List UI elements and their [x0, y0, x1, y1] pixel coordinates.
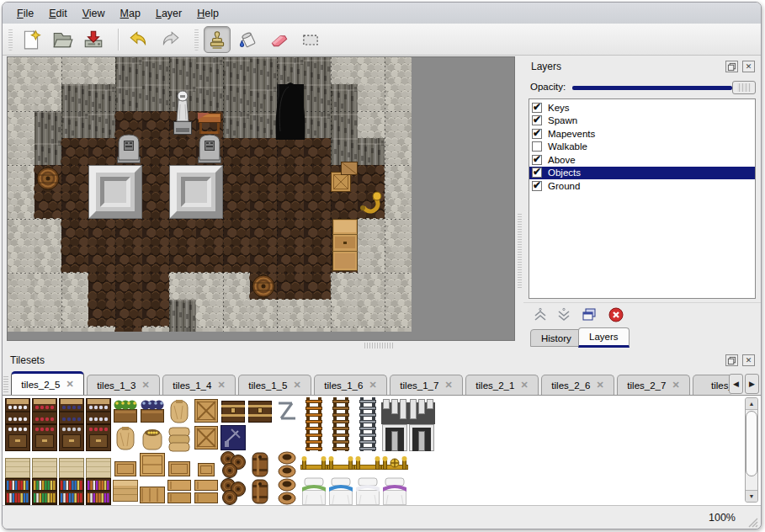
map-canvas[interactable] — [8, 57, 412, 332]
layer-label: Above — [548, 155, 576, 165]
check-icon: ✔ — [533, 114, 541, 125]
layer-row-walkable[interactable]: ✔ Walkable — [529, 141, 755, 154]
menu-layer[interactable]: Layer — [148, 5, 189, 22]
duplicate-layer-button[interactable] — [579, 306, 599, 324]
raise-layer-button[interactable] — [530, 306, 550, 324]
tileset-tab[interactable]: tiles_2_5✕ — [11, 371, 84, 395]
layer-visibility-checkbox[interactable]: ✔ — [532, 181, 542, 191]
menu-map[interactable]: Map — [113, 5, 148, 22]
tool-bar — [3, 24, 761, 56]
splitter-grip — [518, 212, 522, 288]
scroll-down-button[interactable]: ▼ — [746, 490, 757, 502]
float-icon — [727, 356, 736, 365]
select-tool-button[interactable] — [297, 26, 324, 53]
lower-layer-button[interactable] — [554, 306, 574, 324]
tileset-scrollbar[interactable]: ▲ ▼ — [745, 397, 758, 503]
open-folder-icon — [51, 29, 73, 51]
tab-label: History — [541, 333, 571, 343]
layer-visibility-checkbox[interactable]: ✔ — [532, 129, 542, 139]
delete-layer-button[interactable] — [606, 306, 626, 324]
layer-visibility-checkbox[interactable]: ✔ — [532, 155, 542, 165]
layer-visibility-checkbox[interactable]: ✔ — [532, 141, 542, 152]
arrow-right-icon: ▶ — [749, 380, 755, 388]
new-map-button[interactable] — [18, 26, 45, 53]
check-icon: ✔ — [533, 101, 541, 113]
tab-bar-grip[interactable] — [3, 375, 8, 392]
tab-label: tiles_1_7 — [400, 380, 438, 391]
layer-row-above[interactable]: ✔ Above — [529, 153, 755, 167]
layer-label: Mapevents — [548, 129, 595, 139]
tilesets-panel: Tilesets ✕ tiles_2_5✕ tiles_1_3✕ tiles_1… — [3, 350, 761, 505]
close-tab-icon[interactable]: ✕ — [217, 380, 225, 391]
float-panel-button[interactable] — [725, 61, 738, 72]
menu-help[interactable]: Help — [189, 5, 226, 22]
tab-layers[interactable]: Layers — [578, 327, 630, 348]
menu-edit[interactable]: Edit — [41, 5, 75, 22]
paint-bucket-icon — [237, 29, 259, 51]
check-icon: ✔ — [533, 166, 541, 178]
check-icon: ✔ — [533, 153, 541, 165]
tileset-tab[interactable]: tiles_2_7✕ — [617, 375, 690, 395]
close-tab-icon[interactable]: ✕ — [141, 380, 149, 391]
layer-visibility-checkbox[interactable]: ✔ — [532, 115, 542, 125]
scrollbar-thumb[interactable] — [746, 411, 757, 476]
tileset-view: ▲ ▼ — [3, 395, 761, 505]
selection-rectangle-icon — [300, 29, 321, 51]
tileset-tab[interactable]: tiles_✕ — [693, 375, 731, 395]
scroll-tabs-right-button[interactable]: ▶ — [745, 374, 759, 394]
layer-row-keys[interactable]: ✔ Keys — [529, 101, 755, 114]
scroll-up-button[interactable]: ▲ — [746, 398, 757, 410]
toolbar-drag-handle[interactable] — [8, 29, 13, 51]
opacity-slider-track[interactable] — [572, 86, 732, 90]
horizontal-splitter[interactable] — [364, 343, 393, 348]
stamp-tool-button[interactable] — [204, 26, 231, 53]
vertical-splitter[interactable] — [517, 56, 523, 350]
tileset-tab[interactable]: tiles_1_6✕ — [314, 375, 387, 395]
opacity-slider-handle[interactable] — [732, 81, 756, 94]
save-map-button[interactable] — [80, 26, 107, 53]
close-panel-button[interactable]: ✕ — [742, 354, 755, 366]
undo-button[interactable] — [125, 26, 152, 53]
open-map-button[interactable] — [49, 26, 76, 53]
layer-label: Walkable — [548, 141, 587, 152]
close-tab-icon[interactable]: ✕ — [444, 380, 452, 391]
fill-tool-button[interactable] — [235, 26, 262, 53]
tileset-tab[interactable]: tiles_2_1✕ — [465, 375, 539, 395]
tileset-tabs: tiles_2_5✕ tiles_1_3✕ tiles_1_4✕ tiles_1… — [11, 370, 731, 395]
close-tab-icon[interactable]: ✕ — [672, 380, 679, 391]
tileset-tab[interactable]: tiles_1_5✕ — [238, 375, 311, 395]
layer-row-spawn[interactable]: ✔ Spawn — [529, 114, 755, 128]
close-tab-icon[interactable]: ✕ — [293, 380, 300, 391]
tab-history[interactable]: History — [530, 329, 582, 347]
resize-grip[interactable] — [746, 516, 758, 528]
redo-button[interactable] — [157, 26, 183, 53]
close-tab-icon[interactable]: ✕ — [369, 380, 376, 391]
tileset-canvas[interactable] — [4, 397, 489, 505]
new-file-icon — [20, 29, 42, 51]
close-tab-icon[interactable]: ✕ — [596, 380, 603, 391]
layer-visibility-checkbox[interactable]: ✔ — [532, 168, 542, 178]
layer-visibility-checkbox[interactable]: ✔ — [532, 103, 542, 113]
opacity-control: Opacity: — [523, 79, 761, 96]
layer-row-mapevents[interactable]: ✔ Mapevents — [529, 127, 755, 141]
opacity-label: Opacity: — [530, 82, 566, 92]
float-panel-button[interactable] — [725, 354, 738, 366]
layer-row-objects[interactable]: ✔ Objects — [529, 167, 755, 180]
tileset-tab[interactable]: tiles_1_4✕ — [162, 375, 236, 395]
toolbar-separator — [118, 29, 119, 51]
layer-row-ground[interactable]: ✔ Ground — [529, 179, 755, 193]
tileset-tab[interactable]: tiles_1_7✕ — [390, 375, 463, 395]
eraser-tool-button[interactable] — [266, 26, 293, 53]
menu-view[interactable]: View — [75, 5, 113, 22]
scroll-tabs-left-button[interactable]: ◀ — [729, 374, 743, 394]
close-tab-icon[interactable]: ✕ — [520, 380, 528, 391]
tab-label: tiles_1_3 — [97, 380, 135, 391]
close-panel-button[interactable]: ✕ — [742, 61, 755, 72]
close-icon: ✕ — [746, 357, 752, 364]
tileset-tab[interactable]: tiles_1_3✕ — [87, 375, 160, 395]
menu-file[interactable]: File — [9, 5, 41, 22]
tileset-tab[interactable]: tiles_2_6✕ — [541, 375, 614, 395]
close-tab-icon[interactable]: ✕ — [66, 379, 73, 390]
toolbar-drag-handle[interactable] — [194, 29, 199, 51]
tab-label: tiles_1_4 — [173, 380, 211, 391]
